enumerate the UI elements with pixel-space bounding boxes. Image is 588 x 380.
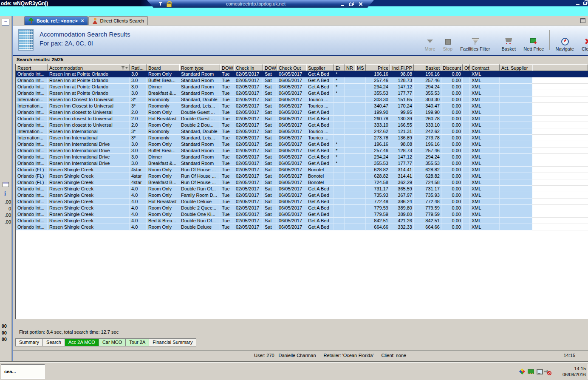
table-row[interactable]: Orlando Int...Rosen Inn closest to Unive… <box>16 116 588 122</box>
column-filter[interactable] <box>121 66 128 70</box>
column-header-ms[interactable]: MS <box>355 64 366 71</box>
table-cell: XML <box>470 211 500 218</box>
column-header-nr[interactable]: NR <box>345 64 355 71</box>
column-header-price[interactable]: Price <box>366 64 390 71</box>
column-header-supplier[interactable]: Supplier <box>306 64 334 71</box>
table-row[interactable]: Orlando Int...Rosen Inn International Dr… <box>16 147 588 154</box>
table-row[interactable]: Orlando Int...Rosen Inn International Dr… <box>16 154 588 160</box>
table-row[interactable]: Internation...Rosen Inn International3*R… <box>16 135 588 141</box>
mdi-restore-icon[interactable] <box>580 18 585 23</box>
table-row[interactable]: Internation...Rosen Inn Closest to Unive… <box>16 103 588 109</box>
table-row[interactable]: Orlando Int...Rosen Shingle Creek4.0Room… <box>16 211 588 218</box>
table-cell: 02/05/2017 <box>234 224 263 230</box>
table-row[interactable]: Orlando Int...Rosen Inn at Pointe Orland… <box>16 71 588 77</box>
antivirus-tray-icon[interactable] <box>519 368 526 375</box>
table-row[interactable]: Orlando Int...Rosen Inn at Pointe Orland… <box>16 84 588 90</box>
table-cell: Rosen Shingle Creek <box>48 173 130 179</box>
column-header-contract[interactable]: Contract <box>470 64 500 71</box>
column-header-discount[interactable]: Discount <box>441 64 463 71</box>
bottom-tab-financial-summary[interactable]: Financial Summary <box>149 338 196 346</box>
basket-button[interactable]: Basket <box>498 28 520 53</box>
table-cell: 02/05/2017 <box>234 186 263 192</box>
bottom-tab-search[interactable]: Search <box>42 338 65 346</box>
table-row[interactable]: Orlando Int...Rosen Inn at Pointe Orland… <box>16 90 588 96</box>
table-row[interactable]: Orlando Int...Rosen Shingle Creek4.0Room… <box>16 224 588 230</box>
table-row[interactable]: Orlando Int...Rosen Shingle Creek4.0Room… <box>16 192 588 199</box>
column-header-check-out[interactable]: Check Out <box>277 64 306 71</box>
titlebar-restore-icon[interactable] <box>583 0 588 5</box>
tab-close-icon[interactable]: × <box>81 19 84 23</box>
column-header-resort[interactable]: Resort <box>16 64 48 71</box>
rdp-restore-icon[interactable] <box>349 2 354 6</box>
column-header-dow[interactable]: DOW <box>220 64 234 71</box>
table-row[interactable]: Orlando Int...Rosen Inn closest to Unive… <box>16 122 588 128</box>
table-row[interactable]: Orlando Int...Rosen Inn International Dr… <box>16 160 588 167</box>
table-row[interactable]: Orlando Int...Rosen Shingle Creek4.0Room… <box>16 205 588 211</box>
column-header-rati[interactable]: Rati... <box>130 64 147 71</box>
nett-price-button[interactable]: Nett Price <box>520 28 548 53</box>
table-cell: 02/05/2017 <box>234 205 263 211</box>
column-header-of[interactable]: Of <box>463 64 470 71</box>
table-row[interactable]: Orlando Int...Rosen Shingle Creek4.0Room… <box>16 186 588 192</box>
network-card-tray-icon[interactable] <box>527 368 534 375</box>
table-row[interactable]: Orlando Int...Rosen Inn International Dr… <box>16 141 588 147</box>
bottom-tab-tour-2a[interactable]: Tour 2A <box>125 338 149 346</box>
column-header-accommodation[interactable]: Accommodation <box>48 64 130 71</box>
bottom-tab-acc-2a-mco[interactable]: Acc 2A MCO <box>65 338 99 346</box>
table-row[interactable]: Orlando (FL)Rosen Shingle Creek4starRoom… <box>16 167 588 173</box>
table-row[interactable]: Orlando Int...Rosen Shingle Creek4.0Hot … <box>16 199 588 205</box>
table-cell: Rosen Inn Closest to Universal <box>48 103 130 109</box>
tab-direct-clients-search[interactable]: Direct Clients Search <box>88 16 148 25</box>
navigate-button[interactable]: Navigate <box>551 28 577 53</box>
background-window-title: ode: wNQwR3yGnj) <box>1 0 48 6</box>
table-row[interactable]: Orlando Int...Rosen Inn closest to Unive… <box>16 109 588 116</box>
close-icon <box>583 37 588 45</box>
table-cell: 06/05/2017 <box>277 77 306 84</box>
column-header-dow[interactable]: DOW <box>263 64 277 71</box>
table-cell: 0.00 <box>441 103 463 109</box>
column-header-label: Check Out <box>279 65 301 71</box>
close-button[interactable]: Close <box>578 28 588 53</box>
rdp-close-icon[interactable] <box>358 2 363 6</box>
tray-clock[interactable]: 14:15 06/08/2016 <box>563 366 587 377</box>
table-cell: Double Deluxe <box>179 224 220 230</box>
table-cell: Rosen Inn at Pointe Orlando <box>48 71 130 77</box>
titlebar-minimize-icon[interactable] <box>576 0 580 5</box>
table-row[interactable]: Internation...Rosen Inn Closest to Unive… <box>16 96 588 103</box>
rdp-minimize-icon[interactable] <box>340 2 345 6</box>
table-cell: 02/05/2017 <box>234 141 263 147</box>
pin-icon[interactable] <box>158 1 163 6</box>
facilities-filter-button[interactable]: Facilities Filter <box>456 28 494 53</box>
volume-muted-tray-icon[interactable] <box>544 368 551 375</box>
taskbar-app-button[interactable]: cea... <box>1 364 45 379</box>
table-cell-filler <box>532 160 588 167</box>
table-cell: Double 2 Quee... <box>179 205 220 211</box>
bottom-tab-car-mco[interactable]: Car MCO <box>99 338 126 346</box>
column-header-act-supplier[interactable]: Act. Supplier <box>500 64 532 71</box>
table-row[interactable]: Orlando (FL)Rosen Shingle Creek4starBrea… <box>16 179 588 186</box>
tab-book-ref-none[interactable]: Book. ref.: <none>× <box>24 16 88 25</box>
column-header-basket[interactable]: Basket <box>414 64 441 71</box>
bottom-tab-summary[interactable]: Summary <box>15 338 43 346</box>
left-panel-strip: − i .000.00.00 000000 <box>0 16 12 362</box>
column-header-incl-fl-pp[interactable]: Incl.Fl.PP <box>390 64 414 71</box>
table-cell: Standard Room <box>179 84 220 90</box>
table-cell: 0.00 <box>441 218 463 224</box>
column-header-check-in[interactable]: Check In <box>234 64 263 71</box>
column-header-er[interactable]: Er <box>334 64 345 71</box>
table-cell: 0.00 <box>441 199 463 205</box>
table-cell: 628.82 <box>414 173 441 179</box>
collapse-button[interactable]: − <box>2 19 9 26</box>
table-row[interactable]: Orlando Int...Rosen Inn at Pointe Orland… <box>16 77 588 84</box>
table-cell: 2.0 <box>130 109 147 116</box>
table-row[interactable]: Internation...Rosen Inn International3*R… <box>16 128 588 135</box>
table-row[interactable]: Orlando Int...Rosen Shingle Creek4.0Bed … <box>16 218 588 224</box>
table-cell: 06/05/2017 <box>277 218 306 224</box>
table-row[interactable]: Orlando (FL)Rosen Shingle Creek4starRoom… <box>16 173 588 179</box>
rdp-tray-icon[interactable] <box>536 368 543 375</box>
table-cell: Rosen Shingle Creek <box>48 179 130 186</box>
table-cell: Orlando Int... <box>16 84 48 90</box>
column-header-room-type[interactable]: Room type <box>179 64 220 71</box>
table-cell: 362.29 <box>390 179 414 186</box>
column-header-board[interactable]: Board <box>147 64 179 71</box>
